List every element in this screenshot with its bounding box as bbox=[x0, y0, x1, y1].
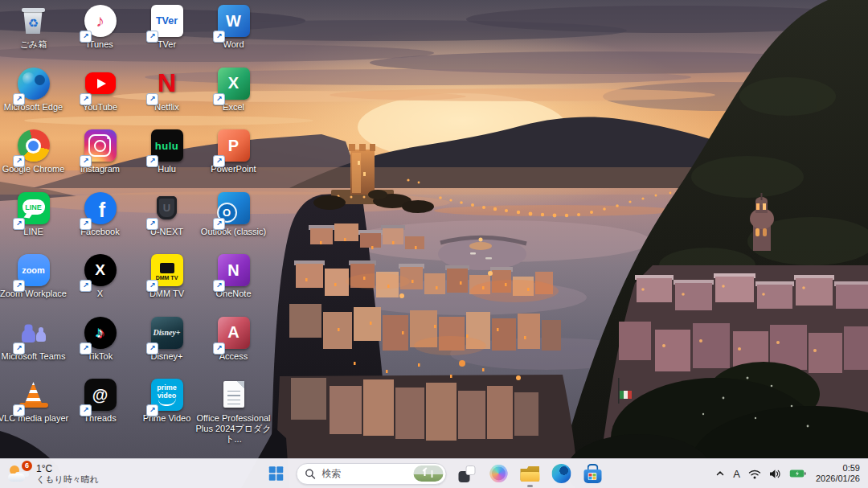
desktop-icon-disney[interactable]: Disney+↗Disney+ bbox=[133, 317, 200, 362]
desktop-icon-unext[interactable]: U↗U-NEXT bbox=[133, 192, 200, 237]
search-highlight-image[interactable] bbox=[414, 465, 444, 482]
edge-taskbar-button[interactable] bbox=[547, 461, 576, 487]
desktop-icon-label: LINE bbox=[0, 227, 72, 237]
desktop-icon-label: ごみ箱 bbox=[0, 39, 72, 50]
desktop-icon-line[interactable]: LINE↗LINE bbox=[0, 192, 67, 237]
shortcut-arrow-icon: ↗ bbox=[13, 93, 25, 105]
clock-date: 2026/01/26 bbox=[816, 474, 860, 485]
search-input[interactable] bbox=[321, 467, 409, 480]
desktop-icon-recycle-bin[interactable]: ♻ごみ箱 bbox=[0, 5, 67, 50]
shortcut-arrow-icon: ↗ bbox=[213, 342, 225, 355]
desktop-icon-label: VLC media player bbox=[0, 413, 72, 424]
shortcut-arrow-icon: ↗ bbox=[213, 218, 225, 230]
desktop-icon-teams[interactable]: ↗Microsoft Teams bbox=[0, 317, 67, 362]
shortcut-arrow-icon: ↗ bbox=[213, 155, 225, 167]
desktop-icon-label: U-NEXT bbox=[129, 227, 205, 237]
desktop-icon-label: Hulu bbox=[129, 164, 205, 174]
desktop-icon-label: Microsoft Teams bbox=[0, 351, 72, 362]
task-view-button[interactable] bbox=[452, 461, 482, 487]
desktop-icon-label: Excel bbox=[196, 102, 272, 113]
desktop-icon-label: iTunes bbox=[63, 39, 138, 50]
start-button[interactable] bbox=[261, 461, 291, 487]
desktop-icon-zoom[interactable]: zoom↗Zoom Workplace bbox=[0, 254, 67, 299]
shortcut-arrow-icon: ↗ bbox=[13, 218, 25, 230]
desktop-icon-excel[interactable]: X↗Excel bbox=[200, 68, 267, 113]
battery-button[interactable] bbox=[789, 469, 806, 478]
desktop-icon-label: Netflix bbox=[129, 102, 205, 113]
desktop-icon-label: Threads bbox=[63, 413, 138, 424]
desktop-icon-label: Outlook (classic) bbox=[196, 227, 272, 237]
shortcut-arrow-icon: ↗ bbox=[13, 280, 25, 292]
desktop-icon-x[interactable]: X↗X bbox=[67, 254, 133, 299]
shortcut-arrow-icon: ↗ bbox=[80, 155, 92, 167]
desktop-icon-office-doc[interactable]: Office Professional Plus 2024プロダクト... bbox=[200, 379, 267, 445]
shortcut-arrow-icon: ↗ bbox=[80, 280, 92, 292]
taskbar: 6 1°C くもり時々晴れ bbox=[0, 458, 868, 488]
edge-icon bbox=[551, 464, 571, 483]
store-window-icon bbox=[588, 473, 597, 480]
shortcut-arrow-icon: ↗ bbox=[146, 280, 158, 292]
ime-indicator[interactable]: A bbox=[733, 468, 740, 480]
desktop-icon-label: Facebook bbox=[63, 227, 138, 237]
desktop-icon-edge[interactable]: ↗Microsoft Edge bbox=[0, 68, 67, 113]
desktop-icon-instagram[interactable]: ↗Instagram bbox=[67, 129, 133, 174]
desktop-icon-label: Access bbox=[196, 351, 272, 362]
volume-button[interactable] bbox=[769, 469, 781, 479]
desktop-icon-label: Office Professional Plus 2024プロダクト... bbox=[196, 413, 272, 445]
store-button[interactable] bbox=[578, 461, 608, 487]
windows-logo-icon bbox=[268, 466, 275, 473]
shortcut-arrow-icon: ↗ bbox=[80, 93, 92, 105]
copilot-button[interactable] bbox=[484, 461, 514, 487]
desktop-icon-label: X bbox=[63, 289, 138, 299]
desktop-icon-chrome[interactable]: ↗Google Chrome bbox=[0, 129, 67, 174]
desktop-icon-powerpoint[interactable]: P↗PowerPoint bbox=[200, 129, 267, 174]
task-view-icon bbox=[459, 465, 476, 482]
desktop-icon-dmmtv[interactable]: DMM TV↗DMM TV bbox=[133, 254, 200, 299]
desktop-icon-vlc[interactable]: ↗VLC media player bbox=[0, 379, 67, 424]
notification-badge: 6 bbox=[22, 461, 32, 471]
desktop-icon-access[interactable]: A↗Access bbox=[200, 317, 267, 362]
battery-icon bbox=[789, 469, 806, 478]
desktop-icon-facebook[interactable]: f↗Facebook bbox=[67, 192, 133, 237]
weather-widget[interactable]: 6 1°C くもり時々晴れ bbox=[8, 459, 99, 488]
shortcut-arrow-icon: ↗ bbox=[213, 280, 225, 292]
desktop-icon-label: Word bbox=[196, 39, 272, 50]
shortcut-arrow-icon: ↗ bbox=[146, 218, 158, 230]
desktop-icon-tver[interactable]: TVer↗TVer bbox=[133, 5, 200, 50]
desktop-icon-tiktok[interactable]: ♪↗TikTok bbox=[67, 317, 133, 362]
desktop-icon-hulu[interactable]: hulu↗Hulu bbox=[133, 129, 200, 174]
desktop-icon-primevideo[interactable]: prime video↗Prime Video bbox=[133, 379, 200, 424]
shortcut-arrow-icon: ↗ bbox=[13, 404, 25, 416]
desktop-icon-itunes[interactable]: ♪↗iTunes bbox=[67, 5, 133, 50]
desktop-icon-label: Disney+ bbox=[129, 351, 205, 362]
desktop-icon-label: PowerPoint bbox=[196, 164, 272, 174]
desktop-icon-netflix[interactable]: N↗Netflix bbox=[133, 68, 200, 113]
shortcut-arrow-icon: ↗ bbox=[213, 31, 225, 43]
file-explorer-button[interactable] bbox=[515, 461, 545, 487]
hidden-icons-button[interactable] bbox=[715, 469, 725, 478]
desktop-icon-label: Zoom Workplace bbox=[0, 289, 72, 299]
copilot-icon bbox=[489, 465, 507, 482]
desktop-icon-label: Instagram bbox=[63, 164, 138, 174]
wifi-button[interactable] bbox=[748, 469, 761, 479]
desktop-icon-threads[interactable]: @↗Threads bbox=[67, 379, 133, 424]
taskbar-clock[interactable]: 0:59 2026/01/26 bbox=[816, 463, 860, 485]
office-doc-icon bbox=[218, 379, 250, 411]
desktop-icon-label: OneNote bbox=[196, 289, 272, 299]
shortcut-arrow-icon: ↗ bbox=[146, 31, 158, 43]
recycle-bin-icon: ♻ bbox=[18, 5, 50, 37]
chevron-up-icon bbox=[715, 469, 725, 478]
shortcut-arrow-icon: ↗ bbox=[80, 404, 92, 416]
desktop-icon-outlook[interactable]: O↗Outlook (classic) bbox=[200, 192, 267, 237]
shortcut-arrow-icon: ↗ bbox=[146, 404, 158, 416]
desktop-icon-onenote[interactable]: N↗OneNote bbox=[200, 254, 267, 299]
shortcut-arrow-icon: ↗ bbox=[13, 155, 25, 167]
search-box[interactable] bbox=[297, 463, 447, 485]
shortcut-arrow-icon: ↗ bbox=[80, 342, 92, 355]
desktop-icon-word[interactable]: W↗Word bbox=[200, 5, 267, 50]
microsoft-store-icon bbox=[583, 464, 602, 483]
shortcut-arrow-icon: ↗ bbox=[80, 31, 92, 43]
desktop-icon-label: Prime Video bbox=[129, 413, 205, 424]
wifi-icon bbox=[748, 469, 761, 479]
desktop-icon-youtube[interactable]: ↗YouTube bbox=[67, 68, 133, 113]
